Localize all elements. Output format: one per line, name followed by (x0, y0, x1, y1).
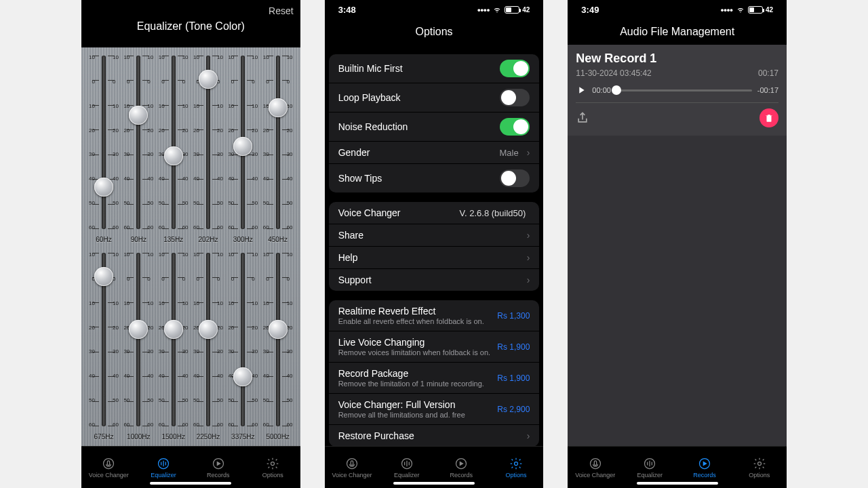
options-tab[interactable]: Options (245, 447, 300, 488)
eq-slider-track[interactable]: 100102030405060100102030405060 (193, 52, 224, 233)
eq-knob[interactable] (233, 367, 252, 386)
eq-slider-track[interactable]: 100102030405060100102030405060 (227, 249, 258, 430)
options-tab-icon (753, 457, 766, 470)
eq-slider-track[interactable]: 100102030405060100102030405060 (158, 52, 189, 233)
cellular-icon: •••• (477, 5, 490, 15)
delete-button[interactable] (760, 108, 778, 127)
eq-knob[interactable] (164, 320, 183, 339)
wifi-icon (736, 5, 745, 14)
equalizer-tab-icon (157, 457, 170, 470)
eq-band[interactable]: 10010203040506010010203040506090Hz (123, 52, 154, 245)
eq-knob[interactable] (129, 106, 148, 125)
settings-row[interactable]: Builtin Mic First (329, 54, 540, 83)
options-tab[interactable]: Options (732, 447, 787, 488)
eq-knob[interactable] (233, 137, 252, 156)
eq-band[interactable]: 100102030405060100102030405060202Hz (193, 52, 224, 245)
current-time: 00:00 (592, 86, 611, 94)
home-indicator (150, 482, 231, 485)
voice-changer-tab-icon (345, 457, 359, 470)
voice-changer-tab[interactable]: Voice Changer (568, 447, 623, 488)
eq-band[interactable]: 1001020304050601001020304050603375Hz (227, 249, 258, 442)
page-title: Audio File Management (620, 26, 734, 38)
share-icon[interactable] (576, 111, 589, 125)
reset-button[interactable]: Reset (269, 5, 294, 16)
eq-slider-track[interactable]: 100102030405060100102030405060 (88, 52, 119, 233)
status-bar: 3:49 •••• 42 (568, 0, 787, 19)
tab-label: Options (506, 472, 527, 479)
eq-band[interactable]: 1001020304050601001020304050601500Hz (158, 249, 189, 442)
cellular-icon: •••• (721, 5, 733, 15)
eq-band[interactable]: 100102030405060100102030405060300Hz (227, 52, 258, 245)
settings-row[interactable]: GenderMale› (329, 142, 540, 164)
eq-slider-track[interactable]: 100102030405060100102030405060 (158, 249, 189, 430)
eq-band[interactable]: 1001020304050601001020304050605000Hz (262, 249, 294, 442)
eq-band[interactable]: 10010203040506010010203040506060Hz (88, 52, 119, 245)
tab-label: Options (262, 472, 283, 479)
settings-row[interactable]: Support› (329, 269, 540, 291)
tab-label: Options (749, 472, 770, 479)
toggle-switch[interactable] (500, 169, 530, 187)
toggle-switch[interactable] (500, 118, 530, 136)
eq-band[interactable]: 1001020304050601001020304050601000Hz (123, 249, 154, 442)
voice-changer-tab[interactable]: Voice Changer (325, 447, 380, 488)
status-right: •••• 42 (477, 5, 530, 15)
voice-changer-tab[interactable]: Voice Changer (81, 447, 136, 488)
status-time: 3:49 (581, 5, 599, 15)
toggle-switch[interactable] (500, 60, 530, 77)
settings-row[interactable]: Voice Changer: Full VersionRemove all th… (329, 394, 540, 425)
eq-band[interactable]: 100102030405060100102030405060135Hz (158, 52, 189, 245)
home-indicator (393, 482, 475, 485)
recording-card[interactable]: New Record 1 11-30-2024 03:45:42 00:17 0… (568, 45, 787, 136)
tab-label: Voice Changer (575, 472, 615, 479)
eq-knob[interactable] (94, 178, 113, 197)
wifi-icon (492, 5, 502, 14)
settings-row[interactable]: Noise Reduction (329, 113, 540, 142)
battery-percent: 42 (766, 6, 773, 14)
eq-slider-track[interactable]: 100102030405060100102030405060 (262, 249, 294, 430)
eq-slider-track[interactable]: 100102030405060100102030405060 (123, 52, 154, 233)
eq-knob[interactable] (199, 70, 218, 89)
eq-knob[interactable] (269, 320, 288, 339)
band-frequency: 90Hz (131, 236, 146, 243)
row-subtitle: Enable all reverb effect when foldback i… (338, 317, 484, 325)
options-tab[interactable]: Options (489, 447, 544, 488)
row-label: Show Tips (338, 173, 382, 184)
band-frequency: 450Hz (268, 236, 288, 243)
settings-row[interactable]: Help› (329, 247, 540, 269)
row-label: Loop Playback (338, 92, 401, 103)
playback-slider[interactable] (616, 89, 752, 92)
eq-slider-track[interactable]: 100102030405060100102030405060 (262, 52, 294, 233)
band-frequency: 3375Hz (231, 433, 254, 441)
eq-knob[interactable] (269, 98, 288, 117)
eq-band[interactable]: 100102030405060100102030405060675Hz (88, 249, 119, 442)
eq-knob[interactable] (94, 267, 113, 286)
settings-row[interactable]: Restore Purchase› (329, 425, 540, 446)
settings-row[interactable]: Live Voice ChangingRemove voices limitat… (329, 331, 540, 363)
battery-icon (748, 6, 763, 14)
eq-slider-track[interactable]: 100102030405060100102030405060 (123, 249, 154, 430)
records-tab-icon (212, 457, 225, 470)
eq-knob[interactable] (164, 146, 183, 165)
eq-slider-track[interactable]: 100102030405060100102030405060 (227, 52, 258, 233)
eq-slider-track[interactable]: 100102030405060100102030405060 (193, 249, 224, 430)
row-label: Voice Changer: Full Version (338, 399, 465, 410)
eq-knob[interactable] (129, 320, 148, 339)
settings-row[interactable]: Loop Playback (329, 83, 540, 113)
eq-knob[interactable] (199, 320, 218, 339)
play-icon[interactable] (576, 85, 587, 96)
band-frequency: 135Hz (163, 236, 183, 243)
settings-row[interactable]: Realtime Reverb EffectEnable all reverb … (329, 300, 540, 331)
version-text: V. 2.6.8 (build50) (460, 208, 526, 218)
slider-handle[interactable] (612, 85, 621, 95)
settings-row[interactable]: Share› (329, 224, 540, 247)
settings-row[interactable]: Show Tips (329, 164, 540, 192)
row-label: Noise Reduction (338, 121, 408, 132)
toggle-switch[interactable] (500, 89, 530, 106)
eq-band[interactable]: 1001020304050601001020304050602250Hz (193, 249, 224, 442)
equalizer-tab-icon (643, 457, 656, 470)
svg-point-0 (104, 458, 114, 468)
eq-slider-track[interactable]: 100102030405060100102030405060 (88, 249, 119, 430)
settings-row[interactable]: Record PackageRemove the limitation of 1… (329, 363, 540, 394)
settings-row[interactable]: Voice ChangerV. 2.6.8 (build50) (329, 202, 540, 224)
eq-band[interactable]: 100102030405060100102030405060450Hz (262, 52, 294, 245)
